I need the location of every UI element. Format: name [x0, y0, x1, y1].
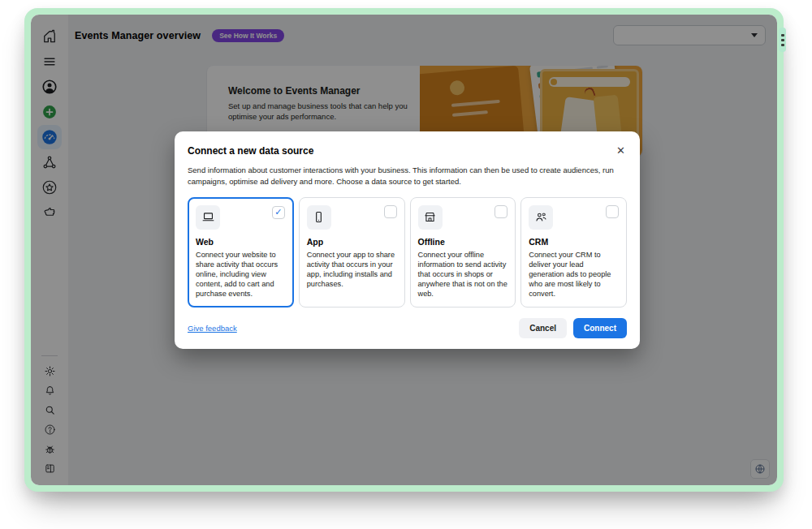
app-checkbox[interactable]: [384, 205, 397, 218]
modal-header: Connect a new data source ✕: [188, 144, 627, 157]
modal-footer: Give feedback Cancel Connect: [188, 318, 627, 338]
screenshot-frame: Events Manager overview See How It Works…: [24, 8, 784, 492]
offline-checkbox[interactable]: [495, 205, 508, 218]
card-description: Connect your CRM to deliver your lead ge…: [529, 250, 619, 299]
cancel-button[interactable]: Cancel: [519, 318, 567, 338]
check-icon: ✓: [274, 208, 282, 217]
card-description: Connect your offline information to send…: [418, 250, 508, 299]
laptop-icon: [196, 205, 220, 230]
mobile-icon: [307, 205, 331, 230]
people-icon: [529, 205, 553, 230]
card-title: App: [307, 237, 397, 247]
give-feedback-link[interactable]: Give feedback: [188, 324, 237, 333]
card-title: Web: [196, 237, 286, 247]
data-source-cards: ✓ Web Connect your website to share acti…: [188, 197, 627, 308]
card-title: Offline: [418, 237, 508, 247]
modal-description: Send information about customer interact…: [188, 165, 627, 188]
data-source-card-app[interactable]: App Connect your app to share activity t…: [299, 197, 405, 308]
frame-handle: [779, 28, 786, 52]
connect-data-source-modal: Connect a new data source ✕ Send informa…: [175, 131, 640, 349]
app-window: Events Manager overview See How It Works…: [31, 15, 777, 485]
web-checkbox[interactable]: ✓: [272, 206, 285, 219]
card-title: CRM: [529, 237, 619, 247]
storefront-icon: [418, 205, 443, 230]
close-icon[interactable]: ✕: [615, 144, 627, 157]
crm-checkbox[interactable]: [606, 205, 619, 218]
card-description: Connect your website to share activity t…: [196, 250, 286, 299]
data-source-card-offline[interactable]: Offline Connect your offline information…: [410, 197, 516, 308]
card-description: Connect your app to share activity that …: [307, 250, 397, 290]
data-source-card-web[interactable]: ✓ Web Connect your website to share acti…: [188, 197, 294, 308]
connect-button[interactable]: Connect: [573, 318, 627, 338]
data-source-card-crm[interactable]: CRM Connect your CRM to deliver your lea…: [520, 197, 627, 308]
modal-title: Connect a new data source: [188, 145, 313, 157]
